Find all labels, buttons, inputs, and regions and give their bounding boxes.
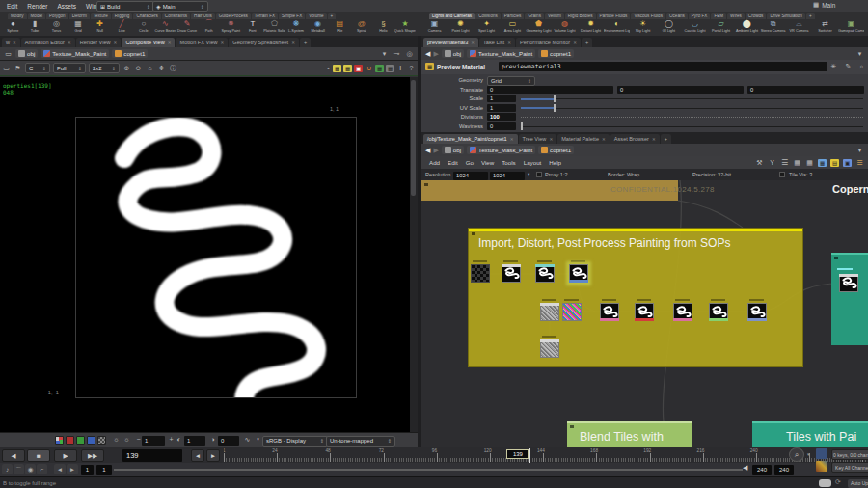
slider-handle[interactable] — [521, 122, 523, 130]
network-box-import[interactable]: Import, Distort, Post Process Painting f… — [468, 228, 803, 367]
pane-tab-performance-monitor[interactable]: Performance Monitor✕ — [516, 38, 581, 47]
channel-combo[interactable]: C ⇕ — [25, 63, 50, 73]
wrench-icon[interactable]: ⚒ — [755, 159, 764, 167]
shelf-tool-spiral[interactable]: @Spiral — [351, 19, 373, 37]
box-collapse-widget[interactable] — [472, 232, 475, 235]
flag-icon[interactable]: ⚑ — [14, 65, 22, 72]
corner-desktop-indicator[interactable]: ▦ Main — [813, 1, 835, 9]
blue-channel-button[interactable] — [87, 436, 95, 445]
cop-node-noise-11[interactable] — [540, 336, 559, 359]
shelf-tool-grid[interactable]: ▦Grid — [68, 19, 90, 37]
close-icon[interactable]: ✕ — [221, 41, 225, 45]
crumb-copnet1[interactable]: copnet1 — [538, 146, 574, 154]
param-field-1[interactable]: 0 — [617, 86, 744, 94]
shelf-tab-collisions[interactable]: Collisions — [475, 13, 501, 19]
refresh-icon[interactable]: ⟳ — [835, 478, 841, 486]
gear-icon[interactable]: ✳ — [829, 63, 838, 70]
pane-tab--[interactable]: + — [300, 38, 311, 47]
layout-combo[interactable]: 2x2 ⇕ — [89, 63, 120, 73]
shelf-tool-null[interactable]: ✚Null — [89, 19, 111, 37]
shelf-tool-spray-paint[interactable]: ✵Spray Paint — [220, 19, 242, 37]
close-icon[interactable]: ✕ — [549, 137, 553, 142]
slider-groove[interactable] — [521, 126, 863, 127]
grid-green-icon[interactable]: ▦ — [375, 65, 384, 72]
shelf-tab-grains[interactable]: Grains — [525, 13, 544, 19]
shelf-tab-deform[interactable]: Deform — [69, 13, 90, 19]
grid-view-icon[interactable]: ▦ — [793, 159, 801, 167]
shelf-tool-torus[interactable]: ◎Torus — [45, 19, 68, 37]
proxy-checkbox[interactable] — [536, 172, 542, 177]
shelf-tool-switcher[interactable]: ⇄Switcher — [812, 19, 838, 37]
resolution-x-field[interactable]: 1024 — [453, 172, 488, 180]
timeline-ruler[interactable]: 124487296120144168192216240 139 — [224, 447, 866, 464]
shelf-tab--[interactable]: + — [328, 13, 337, 19]
menu-assets[interactable]: Assets — [53, 3, 82, 10]
param-field-0[interactable]: 0 — [487, 86, 613, 94]
brightness2-icon[interactable]: ☼ — [122, 436, 131, 443]
range-zoom-button[interactable]: ⌕ — [789, 447, 804, 462]
shelf-tab-rigging[interactable]: Rigging — [112, 13, 133, 19]
shelf-tool-vr-camera[interactable]: ⌓VR Camera — [786, 19, 812, 37]
audio-icon[interactable]: ♪ — [2, 464, 13, 474]
snapshot-icon[interactable]: ▣ — [354, 65, 363, 72]
shelf-tool-volume-light[interactable]: ◍Volume Light — [552, 19, 578, 37]
pane-tab--obj-texture-mask-paint-copnet1[interactable]: /obj/Texture_Mask_Paint/copnet1✕ — [423, 134, 518, 144]
shelf-tool-path[interactable]: ⌒Path — [198, 19, 220, 37]
info-icon[interactable]: ⓘ — [169, 64, 177, 73]
geometry-combo[interactable]: Grid⇕ — [487, 76, 535, 86]
shelf-tab-particles[interactable]: Particles — [502, 13, 525, 19]
brush-icon[interactable]: ✎ — [844, 63, 853, 70]
cop-node-squiggle-12[interactable] — [839, 270, 858, 293]
shelf-tab-polygon[interactable]: Polygon — [46, 13, 68, 19]
cop-node-squiggle-9[interactable] — [709, 299, 728, 322]
home-view-icon[interactable]: ⌂ — [146, 65, 154, 71]
netmenu-tools[interactable]: Tools — [502, 159, 515, 166]
step-forward-button[interactable]: ► — [206, 449, 220, 462]
shelf-tab-particle-fluids[interactable]: Particle Fluids — [597, 13, 631, 19]
play-button[interactable]: ▶ — [54, 449, 77, 462]
shelf-tab-pyro-fx[interactable]: Pyro FX — [689, 13, 711, 19]
zoom-in-icon[interactable]: ⊕ — [122, 65, 131, 72]
step-back-button[interactable]: ◄ — [191, 449, 204, 462]
range-step-back-icon[interactable]: ◄ — [54, 464, 66, 474]
pane-tab-w[interactable]: w✕ — [2, 38, 20, 47]
bracket-icon[interactable]: ⌐ — [37, 464, 47, 474]
shelf-tool-line[interactable]: ╱Line — [111, 19, 133, 37]
shelf-tool-curve-bezier[interactable]: ∿Curve Bezier — [154, 19, 176, 37]
jump-end-button[interactable]: ▶▶ — [81, 449, 104, 462]
node-name-field[interactable]: previewmaterial3 — [499, 62, 827, 71]
menu-edit[interactable]: Edit — [2, 3, 22, 10]
close-icon[interactable]: ✕ — [471, 41, 475, 45]
shelf-tool-environment-light[interactable]: ◐Environment Light — [604, 19, 630, 37]
dropdown-icon[interactable]: ▾ — [380, 50, 389, 58]
cop-node-squiggle-2[interactable] — [535, 260, 555, 284]
scrollbar-handle[interactable] — [411, 80, 416, 196]
shelf-tab-hair-utils[interactable]: Hair Utils — [191, 13, 215, 19]
shelf-tool-platonic-solids[interactable]: ⬠Platonic Solids — [263, 19, 285, 37]
cop-node-squiggle-3[interactable] — [569, 260, 588, 284]
shelf-tool-quick-shapes[interactable]: ★Quick Shapes — [394, 19, 417, 37]
cop-node-squiggle-7[interactable] — [635, 299, 654, 322]
param-field-2[interactable]: 0 — [747, 86, 864, 94]
shelf-tab-model[interactable]: Model — [28, 13, 46, 19]
close-icon[interactable]: ✕ — [652, 137, 656, 142]
close-icon[interactable]: ✕ — [13, 41, 16, 45]
pane-tab-render-view[interactable]: Render View✕ — [76, 38, 122, 47]
crumb-texture_mask_paint[interactable]: Texture_Mask_Paint — [467, 49, 535, 58]
sticky-note-icon[interactable]: ▤ — [830, 159, 839, 167]
shelf-tab-lights-and-cameras[interactable]: Lights and Cameras — [429, 13, 475, 19]
list-icon[interactable]: ☰ — [780, 158, 789, 167]
green-channel-button[interactable] — [76, 436, 85, 445]
viewport-scrollbar[interactable] — [410, 77, 418, 432]
menu-render[interactable]: Render — [22, 3, 52, 10]
netmenu-add[interactable]: Add — [429, 159, 440, 166]
shelf-tool-l-system[interactable]: ❋L-System — [285, 19, 308, 37]
pane-tab-asset-browser[interactable]: Asset Browser✕ — [610, 134, 660, 144]
offset-field[interactable]: 0 — [218, 436, 239, 446]
brightness-icon[interactable]: ☼ — [112, 436, 121, 443]
magnet-icon[interactable]: ∪ — [365, 65, 373, 72]
desktop-selector-build[interactable]: ⊞ Build ⇕ — [96, 1, 154, 12]
close-icon[interactable]: ✕ — [602, 137, 606, 142]
range-end-field[interactable]: 240 — [752, 465, 772, 475]
shelf-tool-camera[interactable]: ▣Camera — [421, 19, 448, 37]
